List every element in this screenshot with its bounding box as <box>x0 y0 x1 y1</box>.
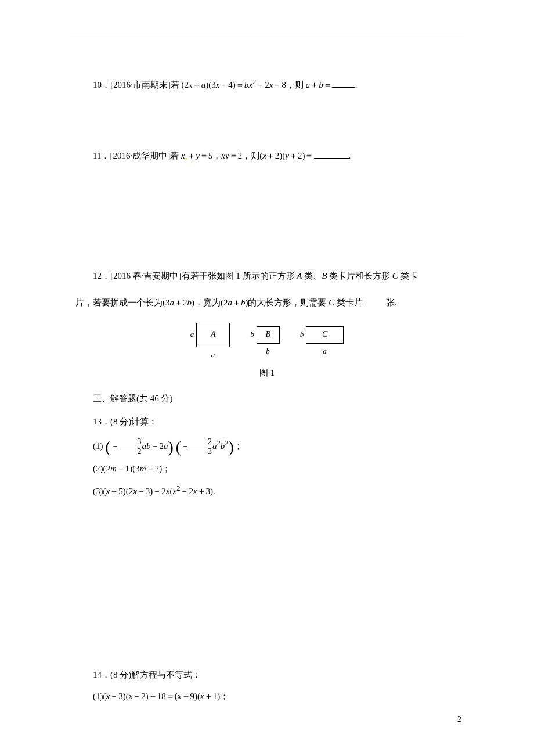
var-y: y <box>225 151 229 160</box>
var-ab: ab <box>142 441 151 451</box>
var-B: B <box>322 271 327 280</box>
fill-in-blank[interactable] <box>363 296 386 306</box>
var-x: x <box>166 487 170 496</box>
var-b: b <box>187 298 192 307</box>
var-b: b <box>319 80 323 89</box>
var-x: x <box>193 487 197 496</box>
text: 类卡 <box>398 271 418 280</box>
left-paren-icon: ( <box>105 437 110 455</box>
text: ＋ <box>232 298 241 307</box>
card-A-wrapper: a A a <box>190 323 230 362</box>
section-3-title: 三、解答题(共 46 分) <box>75 390 459 407</box>
text: 类卡片和长方形 <box>327 271 392 280</box>
var-y: y <box>285 151 289 160</box>
text: ＋3). <box>197 487 215 496</box>
problem-14: 14．(8 分)解方程与不等式： <box>75 667 459 683</box>
text: (2)(2 <box>93 464 110 473</box>
points: (8 分) <box>110 417 131 426</box>
numerator: 3 <box>120 437 142 447</box>
page-top-border <box>70 35 464 35</box>
var-m: m <box>110 464 117 473</box>
text: ＋9)( <box>182 692 201 701</box>
problem-source: [2016·市南期末] <box>110 80 171 89</box>
text: ＋ <box>310 80 319 89</box>
var-x: x <box>200 692 204 701</box>
right-paren-icon: ) <box>168 437 174 455</box>
var-C: C <box>329 298 334 307</box>
spacer <box>75 504 459 667</box>
text: －2)； <box>146 464 171 473</box>
text: －2)＋18＝( <box>132 692 178 701</box>
text: ＋5)(2 <box>110 487 133 496</box>
right-paren-icon: ) <box>228 437 233 455</box>
problem-number: 13． <box>93 417 110 426</box>
card-B-wrapper: b B b <box>250 326 280 359</box>
problem-11: 11．[2016·成华期中]若 x•＋y＝5，xy＝2，则(x＋2)(y＋2)＝… <box>75 147 459 164</box>
var-x: x <box>178 692 182 701</box>
text: －2 <box>151 441 164 451</box>
problem-source: [2016 春·吉安期中] <box>110 271 182 280</box>
page-content: 10．[2016·市南期末]若 (2x＋a)(3x－4)＝bx2－2x－8，则 … <box>75 75 459 709</box>
text: －8，则 <box>273 80 305 89</box>
text: )，宽为(2 <box>192 298 228 307</box>
bottom-label-b: b <box>266 344 270 359</box>
card-B: B <box>257 326 280 344</box>
fill-in-blank[interactable] <box>332 78 355 88</box>
fraction: 23 <box>190 437 212 456</box>
text: ＋ <box>193 80 201 89</box>
text: ； <box>234 441 243 451</box>
text: －3)－2 <box>137 487 166 496</box>
var-x: x <box>189 80 193 89</box>
text: ＋1)； <box>204 692 229 701</box>
title: 计算： <box>131 417 157 426</box>
var-x: x <box>262 151 266 160</box>
problem-12-line2: 片，若要拼成一个长为(3a＋2b)，宽为(2a＋b)的大长方形，则需要 C 类卡… <box>75 294 459 311</box>
figure-1-cards: a A a b B b b C a <box>75 323 459 362</box>
side-label-b: b <box>250 327 254 342</box>
text: )的大长方形，则需要 <box>246 298 329 307</box>
bottom-label-a: a <box>323 344 327 359</box>
page-number: 2 <box>457 715 461 724</box>
text: 类卡片 <box>334 298 363 307</box>
text: ＋2 <box>174 298 187 307</box>
problem-source: [2016·成华期中] <box>110 151 170 160</box>
text: －1)(3 <box>117 464 140 473</box>
problem-10: 10．[2016·市南期末]若 (2x＋a)(3x－4)＝bx2－2x－8，则 … <box>75 75 459 93</box>
var-x: x <box>221 151 225 160</box>
left-paren-icon: ( <box>176 437 181 455</box>
text: (1)( <box>93 692 106 701</box>
problem-14-1: (1)(x－3)(x－2)＋18＝(x＋9)(x＋1)； <box>75 688 459 705</box>
denominator: 2 <box>120 447 142 456</box>
problem-13: 13．(8 分)计算： <box>75 413 459 430</box>
text: ＝5， <box>200 151 222 160</box>
side-label-b: b <box>300 327 304 342</box>
problem-13-2: (2)(2m－1)(3m－2)； <box>75 460 459 477</box>
var-x: x <box>133 487 137 496</box>
text: 若 <box>170 151 181 160</box>
text: －2 <box>256 80 269 89</box>
period: . <box>349 151 351 160</box>
numerator: 2 <box>190 437 212 447</box>
title: 解方程与不等式： <box>131 670 201 679</box>
fill-in-blank[interactable] <box>314 149 349 159</box>
var-x: x <box>248 80 252 89</box>
var-a: a <box>228 298 233 307</box>
var-m: m <box>140 464 146 473</box>
text: －2 <box>180 487 193 496</box>
text: －4)＝ <box>219 80 244 89</box>
var-x: x <box>181 151 185 160</box>
text: －3)( <box>110 692 129 701</box>
var-a: a <box>164 441 168 451</box>
problem-number: 10． <box>93 80 110 89</box>
card-A: A <box>196 323 230 347</box>
problem-number: 14． <box>93 670 110 679</box>
text: 类、 <box>302 271 322 280</box>
fraction: 32 <box>120 437 142 456</box>
text: 片，若要拼成一个长为(3 <box>75 298 170 307</box>
points: (8 分) <box>110 670 131 679</box>
text: ＋2)( <box>266 151 286 160</box>
text: ＋2)＝ <box>289 151 314 160</box>
spacer <box>75 175 459 268</box>
var-b: b <box>241 298 246 307</box>
problem-number: 11． <box>93 151 110 160</box>
